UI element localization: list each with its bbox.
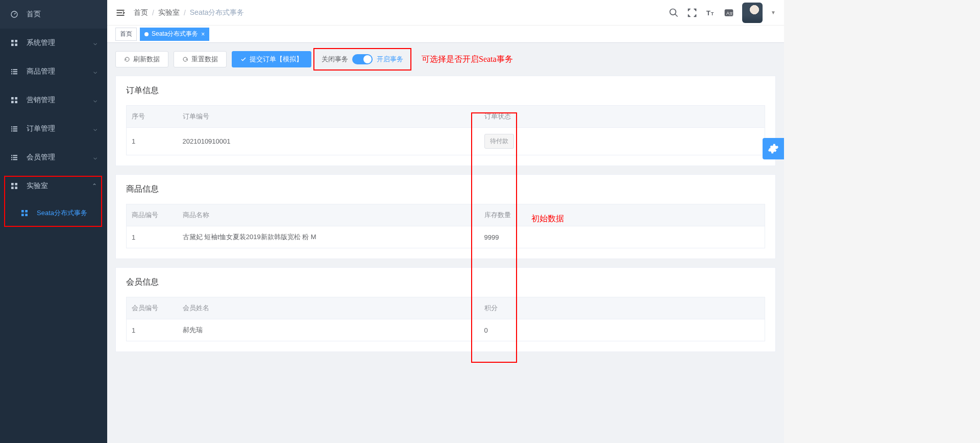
panel-title: 会员信息	[116, 268, 775, 297]
svg-rect-27	[11, 183, 14, 185]
tab-label: 首页	[120, 30, 132, 38]
svg-rect-23	[11, 157, 12, 158]
toolbar: 刷新数据 重置数据 提交订单【模拟】 关闭事务 开启事务	[115, 51, 776, 67]
hamburger-icon[interactable]	[115, 8, 126, 18]
sidebar-item-label: 会员管理	[27, 153, 93, 162]
avatar[interactable]	[742, 3, 763, 23]
th-stock: 库存数量	[479, 204, 765, 226]
th-idx: 商品编号	[127, 204, 178, 226]
reset-button[interactable]: 重置数据	[174, 51, 227, 67]
svg-rect-8	[13, 71, 17, 72]
sidebar-item-label: 实验室	[27, 181, 92, 191]
member-table: 会员编号 会员姓名 积分 1 郝先瑞 0	[126, 297, 765, 341]
svg-rect-17	[11, 128, 12, 129]
order-table: 序号 订单编号 订单状态 1 2021010910001 待付款	[126, 105, 765, 155]
breadcrumb-lab[interactable]: 实验室	[158, 8, 180, 17]
svg-rect-15	[11, 126, 12, 127]
sidebar-item-label: 首页	[27, 10, 97, 19]
product-panel: 商品信息 商品编号 商品名称 库存数量 1 古黛妃 短袖t恤女夏装2019新款韩…	[115, 174, 776, 259]
svg-rect-26	[13, 159, 17, 160]
tab-active-dot	[144, 32, 149, 36]
sidebar-item-system[interactable]: 系统管理 ⌵	[0, 29, 107, 57]
svg-rect-24	[13, 157, 17, 158]
button-label: 重置数据	[191, 55, 218, 64]
panels-wrapper: 订单信息 序号 订单编号 订单状态 1 2021010910001 待付款	[115, 76, 776, 352]
grid-icon	[10, 182, 18, 190]
refresh-icon	[124, 56, 130, 62]
transaction-toggle[interactable]	[352, 54, 373, 64]
sidebar-item-order[interactable]: 订单管理 ⌵	[0, 114, 107, 143]
svg-rect-22	[13, 155, 17, 156]
breadcrumb-current: Seata分布式事务	[190, 8, 244, 17]
svg-rect-28	[15, 183, 17, 185]
th-points: 积分	[479, 297, 765, 319]
sidebar-submenu: Seata分布式事务	[0, 200, 107, 226]
button-label: 提交订单【模拟】	[250, 55, 303, 64]
search-icon[interactable]	[669, 8, 679, 18]
fullscreen-icon[interactable]	[687, 8, 697, 18]
breadcrumb: 首页 / 实验室 / Seata分布式事务	[134, 8, 244, 17]
dashboard-icon	[10, 10, 18, 18]
svg-rect-32	[25, 210, 28, 213]
tab-home[interactable]: 首页	[115, 28, 137, 41]
svg-rect-5	[11, 69, 12, 70]
th-no: 订单编号	[178, 106, 479, 128]
sidebar-item-label: 系统管理	[27, 38, 93, 48]
list-icon	[10, 67, 18, 76]
cell-stock: 9999	[479, 226, 765, 248]
svg-rect-30	[15, 186, 17, 189]
main: 首页 / 实验室 / Seata分布式事务 TT A文 ▼ 首页 S	[107, 0, 784, 443]
order-panel: 订单信息 序号 订单编号 订单状态 1 2021010910001 待付款	[115, 76, 776, 166]
breadcrumb-home[interactable]: 首页	[134, 8, 148, 17]
th-idx: 会员编号	[127, 297, 178, 319]
svg-rect-31	[21, 210, 24, 213]
member-panel: 会员信息 会员编号 会员姓名 积分 1 郝先瑞 0	[115, 267, 776, 352]
svg-rect-19	[11, 130, 12, 131]
topbar: 首页 / 实验室 / Seata分布式事务 TT A文 ▼	[107, 0, 784, 26]
list-icon	[10, 125, 18, 133]
svg-rect-21	[11, 155, 12, 156]
sidebar-item-marketing[interactable]: 营销管理 ⌵	[0, 86, 107, 114]
svg-rect-13	[11, 101, 14, 103]
content: 刷新数据 重置数据 提交订单【模拟】 关闭事务 开启事务	[107, 43, 784, 443]
transaction-switch-group: 关闭事务 开启事务	[316, 51, 408, 67]
caret-down-icon[interactable]: ▼	[771, 10, 776, 15]
list-icon	[10, 153, 18, 161]
submit-button[interactable]: 提交订单【模拟】	[232, 51, 311, 67]
svg-rect-34	[25, 214, 28, 216]
settings-drawer-button[interactable]	[763, 138, 784, 159]
svg-rect-1	[11, 40, 14, 42]
svg-rect-11	[11, 97, 14, 100]
font-size-icon[interactable]: TT	[705, 8, 716, 18]
sidebar-subitem-seata[interactable]: Seata分布式事务	[0, 200, 107, 226]
sidebar-item-product[interactable]: 商品管理 ⌵	[0, 57, 107, 86]
cell-status: 待付款	[479, 128, 765, 155]
svg-rect-3	[11, 43, 14, 46]
chevron-down-icon: ⌵	[93, 125, 97, 132]
th-idx: 序号	[127, 106, 178, 128]
tab-seata[interactable]: Seata分布式事务 ×	[140, 28, 209, 41]
panel-title: 商品信息	[116, 175, 775, 204]
th-name: 商品名称	[178, 204, 479, 226]
sidebar-item-home[interactable]: 首页	[0, 0, 107, 29]
check-icon	[240, 56, 247, 62]
sidebar-item-member[interactable]: 会员管理 ⌵	[0, 143, 107, 172]
svg-rect-33	[21, 214, 24, 216]
tabs-bar: 首页 Seata分布式事务 ×	[107, 26, 784, 43]
switch-off-label: 关闭事务	[322, 55, 348, 64]
button-label: 刷新数据	[133, 55, 160, 64]
language-icon[interactable]: A文	[724, 8, 734, 18]
svg-rect-7	[11, 71, 12, 72]
breadcrumb-sep: /	[184, 9, 186, 17]
refresh-icon	[182, 56, 188, 62]
close-icon[interactable]: ×	[201, 31, 205, 38]
refresh-button[interactable]: 刷新数据	[115, 51, 168, 67]
annotation-text: 可选择是否开启Seata事务	[422, 54, 513, 65]
panel-title: 订单信息	[116, 76, 775, 105]
sidebar-item-lab[interactable]: 实验室 ⌃	[0, 172, 107, 200]
svg-text:T: T	[706, 9, 710, 17]
status-badge: 待付款	[484, 134, 514, 149]
svg-rect-29	[11, 186, 14, 189]
cell-name: 郝先瑞	[178, 319, 479, 341]
chevron-up-icon: ⌃	[92, 182, 97, 190]
